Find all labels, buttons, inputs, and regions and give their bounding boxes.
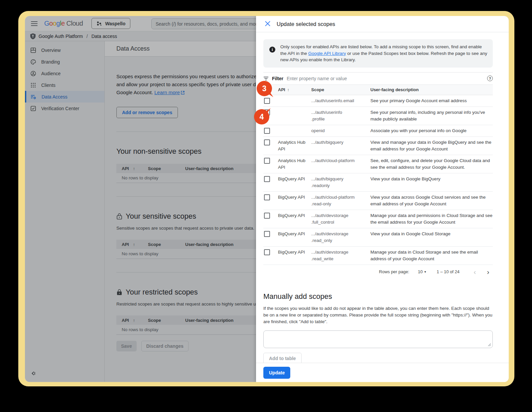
- rows-per-page-select[interactable]: 10▾: [418, 269, 426, 274]
- panel-header: Update selected scopes: [256, 16, 509, 32]
- screenshot-canvas: Google Cloud Waspello: [0, 0, 532, 412]
- annotation-badge-4: 4: [254, 109, 269, 124]
- scope-row: openid Associate you with your personal …: [263, 125, 493, 137]
- description-column-header[interactable]: User-facing description: [370, 87, 493, 93]
- manual-scopes-textarea[interactable]: [263, 330, 493, 348]
- scope-row: BigQuery API .../auth/devstorage .read_w…: [263, 247, 493, 265]
- next-page-icon[interactable]: ›: [483, 267, 493, 277]
- row-checkbox[interactable]: [264, 194, 270, 200]
- caret-down-icon: ▾: [424, 270, 426, 274]
- scope-row: BigQuery API .../auth/devstorage .full_c…: [263, 210, 493, 228]
- scope-row: Analytics Hub API .../auth/cloud-platfor…: [263, 155, 493, 173]
- info-icon: i: [269, 47, 275, 53]
- scope-row: .../auth/userinfo.email See your primary…: [263, 95, 493, 107]
- scope-row: .../auth/userinfo .profile See your pers…: [263, 107, 493, 125]
- panel-footer: Update: [256, 363, 509, 382]
- sort-asc-icon: ↑: [287, 87, 290, 92]
- scope-row: Analytics Hub API .../auth/bigquery View…: [263, 137, 493, 155]
- filter-icon: [263, 76, 269, 81]
- annotation-badge-3: 3: [257, 81, 272, 96]
- row-checkbox[interactable]: [264, 213, 270, 219]
- help-icon[interactable]: ?: [487, 76, 493, 81]
- close-icon[interactable]: [264, 21, 271, 27]
- filter-input[interactable]: [287, 76, 484, 81]
- info-banner-text: Only scopes for enabled APIs are listed …: [280, 44, 487, 63]
- scope-row: BigQuery API .../auth/devstorage .read_o…: [263, 228, 493, 247]
- pagination-bar: Rows per page: 10▾ 1 – 10 of 24 ‹ ›: [263, 265, 493, 279]
- row-checkbox[interactable]: [264, 128, 270, 134]
- page-range: 1 – 10 of 24: [437, 269, 460, 274]
- row-checkbox[interactable]: [264, 176, 270, 182]
- manually-add-scopes-description: If the scopes you would like to add do n…: [263, 305, 493, 325]
- update-scopes-panel: Update selected scopes i Only scopes for…: [256, 16, 509, 382]
- scopes-table: API↑ Scope User-facing description .../a…: [263, 85, 493, 265]
- filter-bar: Filter ?: [263, 72, 493, 85]
- scope-column-header[interactable]: Scope: [311, 87, 370, 93]
- google-api-library-link[interactable]: Google API Library: [308, 51, 346, 56]
- previous-page-icon[interactable]: ‹: [470, 267, 479, 277]
- app-window: Google Cloud Waspello: [25, 16, 509, 382]
- update-button[interactable]: Update: [263, 367, 290, 379]
- resize-handle[interactable]: [488, 343, 491, 346]
- row-checkbox[interactable]: [264, 139, 270, 145]
- rows-per-page-label: Rows per page:: [379, 269, 409, 274]
- info-banner: i Only scopes for enabled APIs are liste…: [263, 39, 493, 68]
- row-checkbox[interactable]: [264, 249, 270, 255]
- filter-label[interactable]: Filter: [272, 76, 283, 81]
- row-checkbox[interactable]: [264, 231, 270, 237]
- scopes-table-header: API↑ Scope User-facing description: [263, 85, 493, 95]
- panel-title: Update selected scopes: [277, 21, 335, 27]
- api-column-header[interactable]: API: [278, 87, 285, 92]
- row-checkbox[interactable]: [264, 158, 270, 164]
- row-checkbox[interactable]: [264, 98, 270, 104]
- manually-add-scopes-title: Manually add scopes: [263, 292, 493, 301]
- scope-row: BigQuery API .../auth/cloud-platform .re…: [263, 192, 493, 210]
- scope-row: BigQuery API .../auth/bigquery .readonly…: [263, 173, 493, 192]
